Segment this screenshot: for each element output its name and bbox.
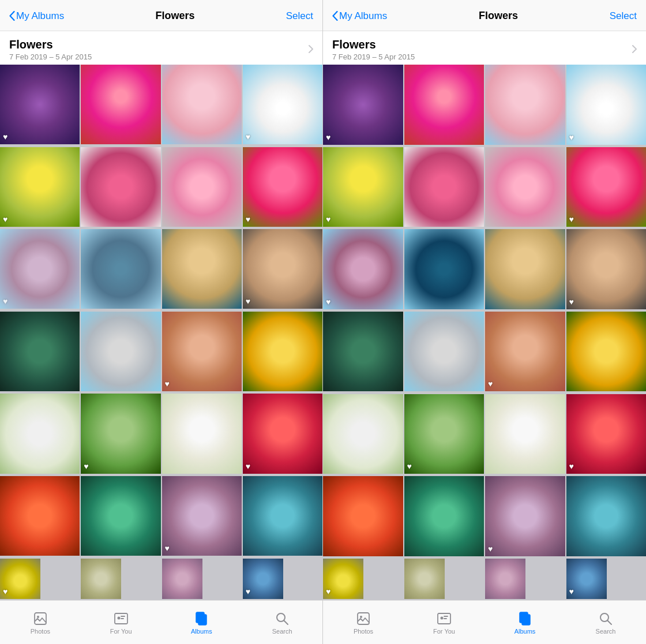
photo-cell[interactable]: ♥ [243, 559, 283, 599]
photo-cell[interactable] [485, 394, 565, 474]
photo-cell[interactable]: ♥ [323, 65, 403, 145]
photo-cell[interactable] [162, 65, 242, 144]
svg-rect-14 [522, 615, 530, 625]
photo-cell[interactable]: ♥ [566, 394, 647, 474]
photo-cell[interactable]: ♥ [566, 147, 647, 227]
photo-cell[interactable]: ♥ [485, 476, 565, 556]
heart-badge: ♥ [246, 215, 250, 224]
photo-cell[interactable]: ♥ [243, 229, 322, 309]
search-icon [275, 611, 290, 626]
photo-cell[interactable] [404, 559, 445, 599]
photo-cell[interactable]: ♥ [566, 65, 647, 145]
heart-badge: ♥ [488, 544, 493, 553]
photo-cell[interactable] [162, 147, 242, 227]
photo-cell[interactable] [485, 65, 565, 145]
photo-cell[interactable] [162, 229, 242, 309]
photo-cell[interactable] [81, 147, 160, 227]
heart-badge: ♥ [3, 132, 7, 141]
svg-point-3 [117, 617, 120, 620]
tab-photos[interactable]: Photos [323, 604, 404, 642]
tab-albums[interactable]: Albums [162, 604, 242, 642]
heart-badge: ♥ [326, 587, 330, 596]
photo-cell[interactable]: ♥ [323, 559, 363, 599]
tab-search[interactable]: Search [565, 604, 646, 642]
select-button[interactable]: Select [610, 10, 637, 22]
album-chevron-icon[interactable] [632, 44, 637, 56]
tab-label-albums: Albums [191, 628, 212, 635]
heart-badge: ♥ [569, 215, 574, 224]
photo-cell[interactable]: ♥ [243, 147, 322, 227]
photo-cell[interactable] [485, 559, 525, 599]
photo-cell[interactable] [0, 476, 80, 556]
heart-badge: ♥ [84, 462, 88, 471]
heart-badge: ♥ [246, 587, 250, 596]
heart-badge: ♥ [326, 215, 330, 224]
photo-cell[interactable] [81, 559, 121, 599]
photo-cell[interactable] [404, 65, 484, 145]
photo-cell[interactable]: ♥ [323, 229, 403, 309]
heart-badge: ♥ [3, 297, 7, 306]
photo-cell[interactable] [162, 394, 242, 473]
photo-cell[interactable] [485, 229, 565, 309]
photo-grid: ♥♥♥♥♥♥♥♥♥♥♥♥ [323, 65, 646, 600]
photo-cell[interactable] [404, 476, 484, 556]
album-chevron-icon[interactable] [309, 44, 313, 56]
album-title: Flowers [332, 38, 415, 51]
photo-cell[interactable]: ♥ [162, 476, 242, 556]
tab-label-photos: Photos [31, 628, 50, 635]
photo-cell[interactable]: ♥ [81, 394, 160, 473]
photo-cell[interactable] [323, 312, 403, 392]
photo-cell[interactable]: ♥ [404, 394, 484, 474]
heart-badge: ♥ [165, 379, 170, 388]
photo-cell[interactable] [81, 312, 160, 391]
photo-cell[interactable]: ♥ [0, 559, 40, 599]
photo-cell[interactable]: ♥ [566, 229, 647, 309]
photo-cell[interactable] [243, 476, 322, 556]
heart-badge: ♥ [3, 587, 7, 596]
photo-cell[interactable] [485, 147, 565, 227]
albums-icon [517, 611, 532, 626]
tab-bar: Photos For You Albums Search [0, 600, 322, 644]
photo-grid: ♥♥♥♥♥♥♥♥♥♥♥♥ [0, 65, 322, 600]
photo-cell[interactable]: ♥ [0, 65, 80, 144]
photo-cell[interactable]: ♥ [323, 147, 403, 227]
photo-cell[interactable] [81, 65, 160, 144]
photo-cell[interactable] [404, 147, 484, 227]
photo-cell[interactable]: ♥ [162, 312, 242, 391]
photo-cell[interactable] [566, 476, 647, 556]
photo-cell[interactable] [162, 559, 202, 599]
photo-cell[interactable]: ♥ [243, 65, 322, 144]
tab-photos[interactable]: Photos [0, 604, 81, 642]
tab-label-foryou: For You [110, 628, 132, 635]
photo-cell[interactable] [243, 312, 322, 391]
photo-cell[interactable] [323, 476, 403, 556]
photo-cell[interactable] [323, 394, 403, 474]
photo-cell[interactable] [81, 476, 160, 556]
tab-foryou[interactable]: For You [81, 604, 162, 642]
search-icon [598, 611, 613, 626]
photo-cell[interactable] [566, 312, 647, 392]
tab-label-search: Search [596, 628, 616, 635]
svg-point-1 [37, 616, 39, 618]
photo-cell[interactable] [81, 229, 160, 309]
photo-cell[interactable] [404, 229, 484, 309]
photos-icon [356, 611, 371, 626]
photo-cell[interactable]: ♥ [0, 229, 80, 309]
tab-albums[interactable]: Albums [484, 604, 565, 642]
back-button[interactable]: My Albums [9, 10, 64, 22]
photo-cell[interactable]: ♥ [0, 147, 80, 227]
photo-cell[interactable] [404, 312, 484, 392]
nav-bar: My AlbumsFlowersSelect [0, 0, 322, 31]
tab-foryou[interactable]: For You [404, 604, 484, 642]
heart-badge: ♥ [488, 379, 493, 388]
heart-badge: ♥ [326, 133, 330, 142]
photo-cell[interactable]: ♥ [485, 312, 565, 392]
photo-cell[interactable]: ♥ [243, 394, 322, 473]
tab-search[interactable]: Search [242, 604, 322, 642]
nav-bar: My AlbumsFlowersSelect [323, 0, 646, 31]
photo-cell[interactable]: ♥ [566, 559, 607, 599]
select-button[interactable]: Select [286, 10, 313, 22]
back-button[interactable]: My Albums [332, 10, 387, 22]
photo-cell[interactable] [0, 312, 80, 391]
photo-cell[interactable] [0, 394, 80, 473]
